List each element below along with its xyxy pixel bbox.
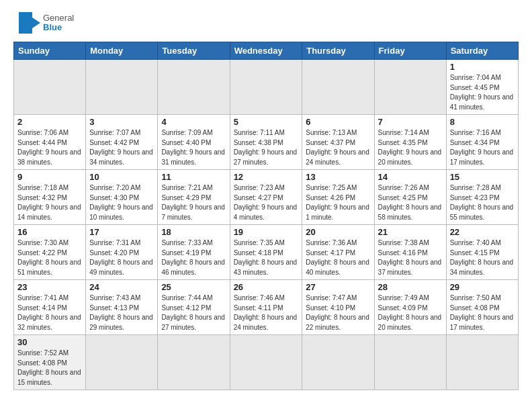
day-info: Sunrise: 7:04 AM Sunset: 4:45 PM Dayligh… [450, 73, 515, 112]
day-info: Sunrise: 7:25 AM Sunset: 4:26 PM Dayligh… [306, 183, 370, 222]
calendar-cell: 20Sunrise: 7:36 AM Sunset: 4:17 PM Dayli… [302, 225, 374, 280]
day-number: 22 [450, 227, 515, 237]
logo-text-block: GeneralBlue [43, 13, 74, 33]
calendar-cell: 23Sunrise: 7:41 AM Sunset: 4:14 PM Dayli… [14, 280, 86, 335]
day-number: 19 [234, 227, 299, 237]
weekday-header-sunday: Sunday [14, 42, 86, 60]
day-number: 5 [234, 117, 299, 127]
day-info: Sunrise: 7:33 AM Sunset: 4:19 PM Dayligh… [161, 238, 226, 277]
day-info: Sunrise: 7:40 AM Sunset: 4:15 PM Dayligh… [450, 238, 515, 277]
calendar-cell: 7Sunrise: 7:14 AM Sunset: 4:35 PM Daylig… [374, 115, 446, 170]
calendar-cell [374, 60, 446, 115]
weekday-header-tuesday: Tuesday [158, 42, 230, 60]
day-number: 14 [378, 172, 443, 182]
day-number: 25 [161, 282, 226, 292]
calendar-cell [14, 60, 86, 115]
day-number: 4 [161, 117, 226, 127]
day-number: 3 [89, 117, 154, 127]
day-number: 30 [17, 337, 82, 347]
calendar-cell: 14Sunrise: 7:26 AM Sunset: 4:25 PM Dayli… [374, 170, 446, 225]
day-info: Sunrise: 7:23 AM Sunset: 4:27 PM Dayligh… [234, 183, 299, 222]
calendar-cell: 5Sunrise: 7:11 AM Sunset: 4:38 PM Daylig… [230, 115, 302, 170]
calendar-cell [302, 335, 374, 390]
day-info: Sunrise: 7:36 AM Sunset: 4:17 PM Dayligh… [306, 238, 370, 277]
day-info: Sunrise: 7:49 AM Sunset: 4:09 PM Dayligh… [378, 293, 443, 332]
week-row-5: 23Sunrise: 7:41 AM Sunset: 4:14 PM Dayli… [14, 280, 519, 335]
calendar-cell: 9Sunrise: 7:18 AM Sunset: 4:32 PM Daylig… [14, 170, 86, 225]
day-number: 13 [306, 172, 370, 182]
day-info: Sunrise: 7:38 AM Sunset: 4:16 PM Dayligh… [378, 238, 443, 277]
day-number: 1 [450, 62, 515, 72]
calendar-cell: 30Sunrise: 7:52 AM Sunset: 4:08 PM Dayli… [14, 335, 86, 390]
week-row-6: 30Sunrise: 7:52 AM Sunset: 4:08 PM Dayli… [14, 335, 519, 390]
day-info: Sunrise: 7:20 AM Sunset: 4:30 PM Dayligh… [89, 183, 154, 222]
day-info: Sunrise: 7:30 AM Sunset: 4:22 PM Dayligh… [17, 238, 82, 277]
logo: GeneralBlue [13, 11, 74, 35]
day-info: Sunrise: 7:14 AM Sunset: 4:35 PM Dayligh… [378, 128, 443, 167]
calendar-cell: 15Sunrise: 7:28 AM Sunset: 4:23 PM Dayli… [446, 170, 518, 225]
calendar-cell: 11Sunrise: 7:21 AM Sunset: 4:29 PM Dayli… [158, 170, 230, 225]
calendar-cell [230, 335, 302, 390]
day-number: 12 [234, 172, 299, 182]
calendar-cell: 16Sunrise: 7:30 AM Sunset: 4:22 PM Dayli… [14, 225, 86, 280]
calendar-cell: 8Sunrise: 7:16 AM Sunset: 4:34 PM Daylig… [446, 115, 518, 170]
day-info: Sunrise: 7:43 AM Sunset: 4:13 PM Dayligh… [89, 293, 154, 332]
calendar-cell [230, 60, 302, 115]
weekday-header-thursday: Thursday [302, 42, 374, 60]
day-info: Sunrise: 7:18 AM Sunset: 4:32 PM Dayligh… [17, 183, 82, 222]
generalblue-icon [13, 11, 40, 35]
day-info: Sunrise: 7:31 AM Sunset: 4:20 PM Dayligh… [89, 238, 154, 277]
day-number: 24 [89, 282, 154, 292]
day-number: 28 [378, 282, 443, 292]
day-info: Sunrise: 7:07 AM Sunset: 4:42 PM Dayligh… [89, 128, 154, 167]
calendar-cell: 28Sunrise: 7:49 AM Sunset: 4:09 PM Dayli… [374, 280, 446, 335]
day-info: Sunrise: 7:16 AM Sunset: 4:34 PM Dayligh… [450, 128, 515, 167]
day-number: 27 [306, 282, 370, 292]
day-number: 17 [89, 227, 154, 237]
day-info: Sunrise: 7:13 AM Sunset: 4:37 PM Dayligh… [306, 128, 370, 167]
day-info: Sunrise: 7:47 AM Sunset: 4:10 PM Dayligh… [306, 293, 370, 332]
day-info: Sunrise: 7:21 AM Sunset: 4:29 PM Dayligh… [161, 183, 226, 222]
day-info: Sunrise: 7:44 AM Sunset: 4:12 PM Dayligh… [161, 293, 226, 332]
calendar-cell [446, 335, 518, 390]
calendar-cell: 25Sunrise: 7:44 AM Sunset: 4:12 PM Dayli… [158, 280, 230, 335]
calendar-cell [86, 335, 158, 390]
calendar-cell: 17Sunrise: 7:31 AM Sunset: 4:20 PM Dayli… [86, 225, 158, 280]
calendar-cell: 1Sunrise: 7:04 AM Sunset: 4:45 PM Daylig… [446, 60, 518, 115]
week-row-3: 9Sunrise: 7:18 AM Sunset: 4:32 PM Daylig… [14, 170, 519, 225]
day-number: 7 [378, 117, 443, 127]
day-number: 10 [89, 172, 154, 182]
calendar-cell [86, 60, 158, 115]
day-number: 26 [234, 282, 299, 292]
day-number: 2 [17, 117, 82, 127]
day-info: Sunrise: 7:50 AM Sunset: 4:08 PM Dayligh… [450, 293, 515, 332]
calendar-cell [158, 335, 230, 390]
calendar-cell [374, 335, 446, 390]
day-number: 9 [17, 172, 82, 182]
calendar-cell: 2Sunrise: 7:06 AM Sunset: 4:44 PM Daylig… [14, 115, 86, 170]
calendar-cell [302, 60, 374, 115]
calendar-cell: 3Sunrise: 7:07 AM Sunset: 4:42 PM Daylig… [86, 115, 158, 170]
day-number: 18 [161, 227, 226, 237]
weekday-header-saturday: Saturday [446, 42, 518, 60]
calendar-cell: 13Sunrise: 7:25 AM Sunset: 4:26 PM Dayli… [302, 170, 374, 225]
week-row-1: 1Sunrise: 7:04 AM Sunset: 4:45 PM Daylig… [14, 60, 519, 115]
weekday-header-monday: Monday [86, 42, 158, 60]
logo-blue: Blue [43, 23, 74, 32]
calendar-cell: 6Sunrise: 7:13 AM Sunset: 4:37 PM Daylig… [302, 115, 374, 170]
calendar-cell: 24Sunrise: 7:43 AM Sunset: 4:13 PM Dayli… [86, 280, 158, 335]
calendar-cell: 26Sunrise: 7:46 AM Sunset: 4:11 PM Dayli… [230, 280, 302, 335]
day-number: 8 [450, 117, 515, 127]
day-number: 6 [306, 117, 370, 127]
day-info: Sunrise: 7:28 AM Sunset: 4:23 PM Dayligh… [450, 183, 515, 222]
calendar-table: SundayMondayTuesdayWednesdayThursdayFrid… [13, 42, 519, 390]
day-info: Sunrise: 7:26 AM Sunset: 4:25 PM Dayligh… [378, 183, 443, 222]
day-info: Sunrise: 7:11 AM Sunset: 4:38 PM Dayligh… [234, 128, 299, 167]
day-number: 20 [306, 227, 370, 237]
day-info: Sunrise: 7:09 AM Sunset: 4:40 PM Dayligh… [161, 128, 226, 167]
weekday-header-friday: Friday [374, 42, 446, 60]
calendar-cell: 27Sunrise: 7:47 AM Sunset: 4:10 PM Dayli… [302, 280, 374, 335]
day-info: Sunrise: 7:41 AM Sunset: 4:14 PM Dayligh… [17, 293, 82, 332]
week-row-4: 16Sunrise: 7:30 AM Sunset: 4:22 PM Dayli… [14, 225, 519, 280]
calendar-cell: 10Sunrise: 7:20 AM Sunset: 4:30 PM Dayli… [86, 170, 158, 225]
